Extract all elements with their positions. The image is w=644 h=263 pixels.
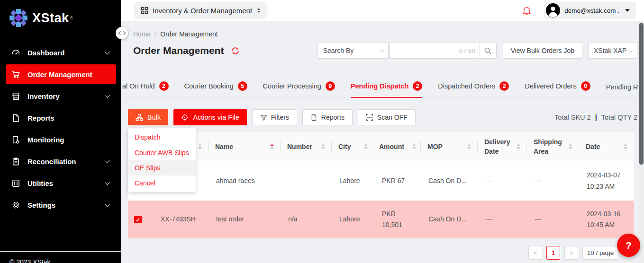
- tab-count-badge: 0: [581, 81, 590, 91]
- actions-via-file-button[interactable]: Actions via File: [173, 109, 247, 125]
- pagination-page-1[interactable]: 1: [546, 246, 560, 260]
- header-shipping-area[interactable]: Shipping Area: [527, 132, 579, 161]
- tab-label: Pending Dispatch: [351, 82, 408, 90]
- menu-item-oe-slips[interactable]: OE Slips: [128, 160, 196, 175]
- pagination: < 1 > 10 / page: [133, 246, 637, 260]
- cart-icon: [11, 70, 20, 79]
- store-icon: [11, 92, 20, 101]
- tab-label: Courier Booking: [184, 82, 234, 90]
- notification-bell-icon[interactable]: [522, 6, 532, 16]
- tab-pending-dispatch[interactable]: Pending Dispatch 2: [351, 76, 422, 97]
- tab-courier-processing[interactable]: Courier Processing 9: [263, 76, 335, 97]
- filters-button[interactable]: Filters: [252, 109, 297, 125]
- sidebar-item-order-management[interactable]: Order Management: [6, 64, 116, 84]
- header-number[interactable]: Number: [281, 132, 332, 161]
- header-delivery-date[interactable]: Delivery Date: [478, 132, 527, 161]
- sidebar-item-label: Inventory: [27, 92, 60, 100]
- sort-icon: [624, 144, 627, 150]
- header-date[interactable]: Date: [579, 132, 634, 161]
- pagination-next-button[interactable]: >: [564, 246, 578, 260]
- cell-delivery-date: ---: [478, 214, 527, 225]
- reports-button[interactable]: Reports: [302, 109, 353, 125]
- refresh-icon[interactable]: [231, 46, 240, 55]
- app-switcher[interactable]: Inventory & Order Management: [134, 2, 267, 19]
- menu-item-dispatch[interactable]: Dispatch: [128, 130, 196, 145]
- sidebar-item-label: Reconciliation: [27, 158, 76, 166]
- chevron-down-icon: [628, 48, 633, 53]
- search-by-value: Search By: [323, 47, 354, 54]
- breadcrumb-home[interactable]: Home: [133, 30, 151, 38]
- sidebar-item-inventory[interactable]: Inventory: [0, 85, 121, 107]
- xap-select[interactable]: XStak XAP: [588, 43, 637, 59]
- cell-order-no: XX-7493SH: [148, 214, 209, 225]
- crosshair-icon: [181, 114, 189, 121]
- cell-mop: Cash On D...: [421, 175, 478, 186]
- sidebar-item-reconciliation[interactable]: Reconciliation: [0, 150, 121, 172]
- sidebar-item-utilities[interactable]: Utilities: [0, 172, 121, 194]
- sidebar-item-label: Monitoring: [27, 136, 64, 144]
- menu-item-cancel[interactable]: Cancel: [128, 175, 196, 190]
- char-counter: 0 / 50: [459, 47, 475, 54]
- sidebar-item-label: Dashboard: [27, 49, 64, 57]
- sidebar-item-settings[interactable]: Settings: [0, 194, 121, 216]
- sidebar-collapse-button[interactable]: [116, 27, 128, 39]
- sidebar-item-reports[interactable]: Reports: [0, 107, 121, 129]
- help-button[interactable]: ?: [617, 234, 640, 257]
- view-bulk-orders-button[interactable]: View Bulk Orders Job: [503, 43, 582, 59]
- tab-courier-booking[interactable]: Courier Booking 5: [184, 76, 247, 97]
- sort-icon: [569, 144, 572, 150]
- table-row[interactable]: ahmad raees Lahore PKR 67 Cash On D... -…: [128, 161, 634, 201]
- tab-label: Courier Processing: [263, 82, 321, 90]
- menu-item-courier-awb-slips[interactable]: Courier AWB Slips: [128, 145, 196, 160]
- cell-mop: Cash On D...: [421, 214, 478, 225]
- header-city[interactable]: City: [332, 132, 374, 161]
- cell-number: n/a: [281, 214, 332, 225]
- bulk-button-label: Bulk: [147, 114, 161, 121]
- chevron-down-icon: [105, 180, 110, 185]
- clipboard-icon: [11, 157, 20, 166]
- chevron-right-icon: [121, 31, 125, 35]
- search-controls: Search By 0 / 50 View Bulk Orders Job: [317, 43, 637, 59]
- sidebar-nav: Dashboard Order Management Inventory: [0, 42, 121, 216]
- search-input[interactable]: [394, 47, 459, 54]
- tab-delivered-orders[interactable]: Delivered Orders 0: [525, 76, 590, 97]
- bulk-button[interactable]: Bulk: [128, 109, 168, 125]
- totals-divider: |: [595, 114, 597, 121]
- sidebar-item-monitoring[interactable]: Monitoring: [0, 129, 121, 150]
- sort-icon: [467, 144, 471, 150]
- search-by-select[interactable]: Search By: [317, 43, 389, 59]
- sort-ascending-icon: [270, 144, 274, 150]
- tab-on-hold[interactable]: al On Hold 2: [122, 76, 169, 97]
- pagination-prev-button[interactable]: <: [528, 246, 542, 260]
- account-menu[interactable]: demo@xstak.com .: [544, 2, 636, 19]
- header-name[interactable]: Name: [209, 132, 281, 161]
- app-root: XStak ® Dashboard Order Management: [0, 0, 644, 263]
- topbar-right: demo@xstak.com .: [522, 2, 636, 19]
- tab-label: al On Hold: [122, 82, 155, 90]
- scrollbar-thumb[interactable]: [639, 23, 644, 165]
- page-size-select[interactable]: 10 / page: [582, 246, 618, 260]
- sitemap-icon: [136, 114, 143, 121]
- sort-icon: [517, 144, 520, 150]
- copyright-text: © 2023 XStak: [9, 258, 51, 263]
- search-field: 0 / 50: [390, 43, 480, 59]
- search-button[interactable]: [480, 43, 497, 59]
- vertical-scrollbar: [638, 21, 644, 263]
- tab-label: Delivered Orders: [525, 82, 577, 90]
- totals-summary: Total SKU 2 | Total QTY 2: [554, 114, 637, 121]
- brand-reg-mark: ®: [70, 16, 73, 20]
- table-row-selected[interactable]: XX-7493SH test order n/a Lahore PKR 10,5…: [128, 201, 634, 238]
- scan-toggle-button[interactable]: Scan OFF: [358, 109, 416, 125]
- header-amount[interactable]: Amount: [374, 132, 421, 161]
- sidebar-item-dashboard[interactable]: Dashboard: [0, 42, 121, 63]
- xstak-logo-icon: [9, 8, 28, 28]
- tab-dispatched-orders[interactable]: Dispatched Orders 2: [438, 76, 509, 97]
- total-sku: Total SKU 2: [554, 114, 591, 121]
- tab-count-badge: 2: [499, 81, 509, 91]
- row-checkbox-checked[interactable]: [134, 216, 142, 223]
- sort-icon: [364, 144, 368, 150]
- header-mop[interactable]: MOP: [421, 132, 478, 161]
- tab-label: Dispatched Orders: [438, 82, 495, 90]
- total-qty: Total QTY 2: [601, 114, 637, 121]
- report-file-icon: [310, 114, 317, 121]
